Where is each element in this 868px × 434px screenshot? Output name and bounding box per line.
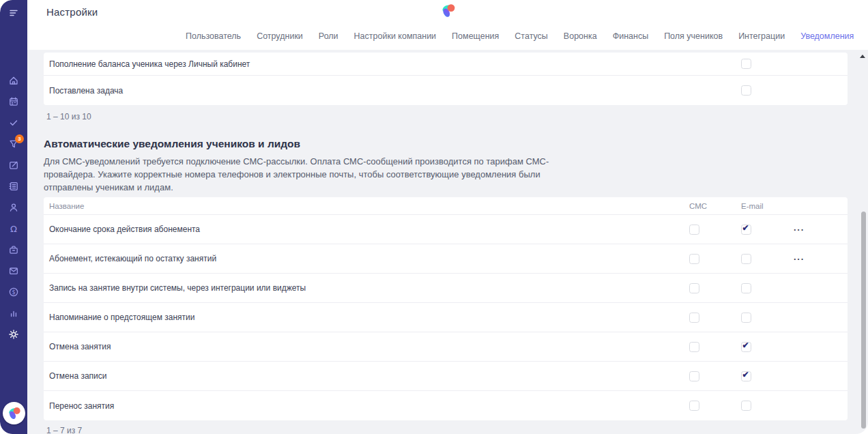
brand-logo	[440, 3, 457, 19]
gear-icon	[8, 329, 19, 340]
notification-name: Перенос занятия	[49, 401, 689, 411]
scroll-up-arrow-icon[interactable]	[860, 55, 865, 58]
sidebar-item-calendar[interactable]	[8, 96, 19, 107]
omega-icon: Ω	[8, 223, 19, 234]
tab-rooms[interactable]: Помещения	[452, 31, 499, 41]
email-checkbox[interactable]	[741, 401, 751, 411]
sidebar-item-finance[interactable]: $	[8, 287, 19, 298]
column-name: Название	[49, 202, 689, 210]
email-checkbox[interactable]	[741, 254, 751, 264]
tab-finance[interactable]: Финансы	[613, 31, 648, 41]
person-icon	[8, 202, 19, 213]
sidebar-logo[interactable]	[3, 402, 25, 424]
column-email: E-mail	[741, 202, 793, 210]
topbar: Настройки Пользователь Сотрудники Роли Н…	[27, 0, 868, 50]
email-checkbox[interactable]	[741, 371, 751, 381]
table-row[interactable]: Пополнение баланса ученика через Личный …	[44, 53, 848, 76]
tab-integrations[interactable]: Интеграции	[738, 31, 785, 41]
svg-text:$: $	[12, 289, 15, 295]
table-row[interactable]: Отмена записи	[44, 362, 848, 391]
sidebar-item-briefcase[interactable]	[8, 244, 19, 255]
table-row[interactable]: Абонемент, истекающий по остатку занятий…	[44, 244, 848, 274]
sidebar-item-journal[interactable]	[8, 181, 19, 192]
section-heading: Автоматические уведомления учеников и ли…	[44, 138, 848, 150]
pagination: 1 – 10 из 10	[44, 105, 848, 128]
table-row[interactable]: Перенос занятия	[44, 391, 848, 420]
sidebar-item-settings[interactable]	[8, 329, 19, 340]
calendar-icon	[8, 96, 19, 107]
sms-checkbox[interactable]	[689, 371, 699, 381]
sidebar-item-compose[interactable]	[8, 160, 19, 171]
tab-funnel[interactable]: Воронка	[564, 31, 597, 41]
table-row[interactable]: Отмена занятия	[44, 332, 848, 362]
notification-name: Запись на занятие внутри системы, через …	[49, 283, 689, 293]
row-actions-icon[interactable]: ···	[793, 255, 848, 263]
brand-logo-icon	[440, 3, 457, 19]
email-checkbox[interactable]	[741, 342, 751, 352]
sidebar: 3 Ω	[0, 0, 27, 434]
app-window: 3 Ω	[0, 0, 868, 434]
mail-icon	[8, 265, 19, 276]
dollar-coin-icon: $	[8, 287, 19, 298]
sidebar-item-stats[interactable]	[8, 308, 19, 319]
tab-student-fields[interactable]: Поля учеников	[664, 31, 723, 41]
sms-checkbox[interactable]	[689, 254, 699, 264]
table-row[interactable]: Окончание срока действия абонемента ···	[44, 215, 848, 244]
settings-tabs: Пользователь Сотрудники Роли Настройки к…	[186, 31, 854, 41]
scrollbar-thumb[interactable]	[861, 212, 866, 429]
table-row[interactable]: Напоминание о предстоящем занятии	[44, 303, 848, 332]
svg-text:Ω: Ω	[10, 224, 17, 234]
briefcase-icon	[8, 244, 19, 255]
email-checkbox[interactable]	[741, 283, 751, 293]
sidebar-item-person[interactable]	[8, 202, 19, 213]
table-row[interactable]: Запись на занятие внутри системы, через …	[44, 274, 848, 303]
content: Пополнение баланса ученика через Личный …	[27, 50, 868, 434]
auto-notifications-table: Название СМС E-mail Окончание срока дейс…	[44, 197, 848, 420]
tab-roles[interactable]: Роли	[319, 31, 338, 41]
notification-name: Окончание срока действия абонемента	[49, 225, 689, 234]
notification-name: Отмена занятия	[49, 342, 689, 351]
sms-checkbox[interactable]	[689, 225, 699, 235]
sidebar-item-omega[interactable]: Ω	[8, 223, 19, 234]
sms-checkbox[interactable]	[689, 313, 699, 323]
table-row[interactable]: Поставлена задача	[44, 76, 848, 105]
notification-name: Абонемент, истекающий по остатку занятий	[49, 254, 689, 263]
email-checkbox[interactable]	[741, 59, 751, 69]
row-actions-icon[interactable]: ···	[793, 225, 848, 234]
pagination: 1 – 7 из 7	[44, 420, 848, 434]
staff-notifications-table: Пополнение баланса ученика через Личный …	[44, 53, 848, 105]
tab-statuses[interactable]: Статусы	[515, 31, 548, 41]
column-sms: СМС	[689, 202, 741, 210]
tab-staff[interactable]: Сотрудники	[257, 31, 303, 41]
tab-company-settings[interactable]: Настройки компании	[354, 31, 437, 41]
check-icon	[8, 117, 19, 128]
sidebar-item-funnel[interactable]: 3	[8, 139, 19, 149]
section-description: Для СМС-уведомлений требуется подключени…	[44, 155, 564, 194]
notification-name: Отмена записи	[49, 371, 689, 381]
sms-checkbox[interactable]	[689, 283, 699, 293]
sms-checkbox[interactable]	[689, 401, 699, 411]
journal-icon	[8, 181, 19, 192]
tab-user[interactable]: Пользователь	[186, 31, 241, 41]
email-checkbox[interactable]	[741, 85, 751, 96]
sidebar-item-mail[interactable]	[8, 265, 19, 276]
compose-icon	[8, 160, 19, 171]
sidebar-item-home[interactable]	[8, 75, 19, 86]
sidebar-nav: 3 Ω	[0, 75, 27, 340]
table-header: Название СМС E-mail	[44, 197, 848, 215]
email-checkbox[interactable]	[741, 225, 751, 235]
notification-name: Поставлена задача	[49, 86, 689, 96]
menu-icon[interactable]	[8, 8, 19, 18]
page-title: Настройки	[46, 6, 98, 18]
notification-name: Пополнение баланса ученика через Личный …	[49, 59, 689, 69]
brand-logo-icon	[7, 406, 22, 421]
notification-name: Напоминание о предстоящем занятии	[49, 313, 689, 322]
sidebar-item-tasks[interactable]	[8, 117, 19, 128]
sms-checkbox[interactable]	[689, 342, 699, 352]
email-checkbox[interactable]	[741, 313, 751, 323]
home-icon	[8, 75, 19, 86]
bar-chart-icon	[8, 308, 19, 319]
funnel-badge: 3	[15, 134, 24, 143]
tab-notifications[interactable]: Уведомления	[800, 31, 854, 41]
